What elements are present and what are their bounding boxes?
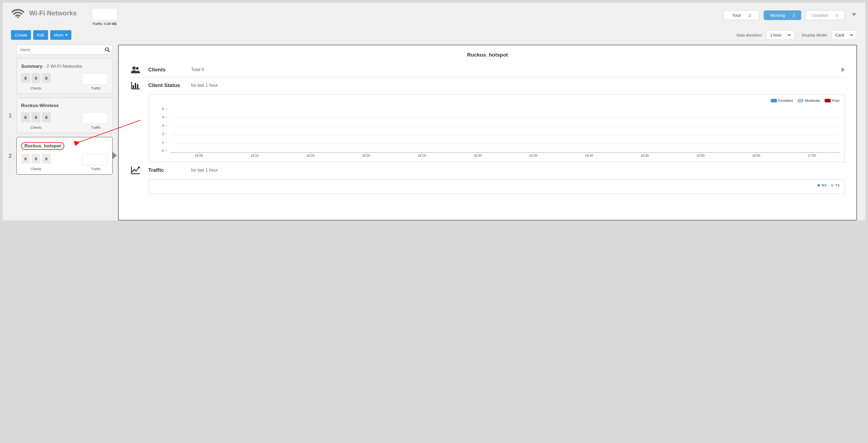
summary-subtitle: 2 Wi-Fi Networks [46, 64, 82, 69]
status-disabled-count: 0 [836, 13, 838, 18]
legend-moderate: Moderate [798, 98, 820, 103]
mode-select[interactable]: Card [832, 30, 857, 40]
network-traffic-tile [82, 112, 108, 124]
clients-label: Clients [30, 167, 41, 171]
svg-point-8 [132, 66, 135, 70]
search-input[interactable] [17, 45, 113, 55]
expand-icon[interactable] [842, 67, 845, 73]
summary-counter: 0 [42, 73, 51, 83]
traffic-label: Traffic [91, 86, 101, 90]
clients-icon [130, 66, 141, 74]
network-counter: 0 [42, 154, 51, 164]
mode-label: Display Mode: [802, 33, 828, 37]
status-total-pill[interactable]: Total 2 [723, 10, 759, 20]
page-title: Wi-Fi Networks [29, 9, 76, 17]
network-counter: 0 [21, 154, 30, 164]
legend-excellent: Excellent [771, 98, 793, 103]
row-number: 1 [8, 112, 12, 119]
mode-value: Card [835, 33, 844, 37]
status-working-count: 2 [793, 13, 795, 18]
edit-button[interactable]: Edit [33, 30, 48, 40]
bar-chart-icon [130, 81, 141, 90]
svg-point-3 [105, 48, 108, 51]
line-chart-icon [130, 166, 141, 174]
network-traffic-tile [82, 154, 108, 165]
client-status-subtitle: for last 1 hour [191, 83, 218, 88]
svg-rect-14 [135, 83, 136, 88]
annotation-circle: Ruckus_hotspot [21, 142, 64, 150]
wifi-icon [11, 8, 25, 18]
network-name: Ruckus-Wireless [21, 103, 108, 108]
network-name: Ruckus_hotspot [25, 143, 61, 149]
row-number: 2 [8, 152, 12, 159]
svg-marker-2 [65, 34, 67, 36]
network-counter: 0 [32, 154, 40, 164]
create-button[interactable]: Create [11, 30, 31, 40]
status-disabled-pill[interactable]: Disabled 0 [806, 10, 844, 20]
duration-select[interactable]: 1 hour [767, 30, 795, 40]
more-button[interactable]: More [50, 30, 71, 40]
svg-marker-10 [842, 67, 845, 72]
collapse-icon[interactable] [851, 11, 857, 19]
caret-down-icon [65, 34, 67, 36]
selected-pointer-icon [113, 152, 118, 160]
clients-label: Clients [30, 86, 41, 90]
svg-marker-5 [113, 152, 117, 159]
clients-total: Total 0 [191, 67, 204, 72]
clients-title: Clients [148, 67, 184, 73]
traffic-caption: Traffic: 0.00 MB [93, 22, 117, 26]
svg-rect-13 [132, 85, 134, 88]
network-card-ruckus-hotspot[interactable]: 2 Ruckus_hotspot 0 0 0 Clients T [17, 137, 113, 175]
svg-line-4 [108, 51, 110, 52]
svg-point-9 [136, 67, 138, 70]
summary-card[interactable]: Summary - 2 Wi-Fi Networks 0 0 0 Clients… [17, 59, 113, 94]
traffic-subtitle: for last 1 hour [191, 168, 218, 172]
chevron-down-icon [787, 34, 791, 36]
svg-rect-15 [137, 84, 138, 88]
summary-counter: 0 [32, 73, 40, 83]
summary-counter: 0 [21, 73, 30, 83]
svg-point-0 [17, 17, 19, 18]
status-working-pill[interactable]: Working 2 [764, 10, 801, 20]
svg-marker-1 [852, 13, 856, 16]
network-counter: 0 [42, 112, 51, 122]
status-working-label: Working [770, 13, 785, 18]
panel-title: Ruckus_hotspot [119, 52, 857, 58]
client-status-chart: Excellent Moderate Poor 5 –4 –3 –2 –1 –0… [149, 94, 845, 162]
clients-label: Clients [30, 125, 41, 130]
search-icon[interactable] [105, 47, 110, 52]
status-total-label: Total [732, 13, 741, 18]
summary-traffic-tile [82, 73, 108, 85]
traffic-label: Traffic [91, 167, 101, 171]
network-counter: 0 [21, 112, 30, 122]
legend-poor: Poor [825, 98, 840, 103]
duration-value: 1 hour [770, 33, 782, 37]
traffic-title: Traffic [148, 167, 184, 173]
network-card-ruckus-wireless[interactable]: 1 Ruckus-Wireless 0 0 0 Clients Traffic [17, 98, 113, 133]
duration-label: Data duration: [737, 33, 763, 37]
legend-rx: RX [817, 183, 827, 187]
detail-panel: Ruckus_hotspot Clients Total 0 [118, 45, 857, 220]
network-counter: 0 [32, 112, 40, 122]
traffic-chart: RX TX [149, 179, 845, 194]
traffic-tile [92, 8, 117, 20]
legend-tx: TX [831, 183, 840, 187]
chevron-down-icon [849, 34, 854, 36]
status-total-count: 2 [749, 13, 751, 18]
summary-title: Summary [21, 64, 42, 69]
status-disabled-label: Disabled [812, 13, 828, 18]
client-status-title: Client Status [148, 82, 184, 88]
traffic-label: Traffic [91, 125, 101, 130]
